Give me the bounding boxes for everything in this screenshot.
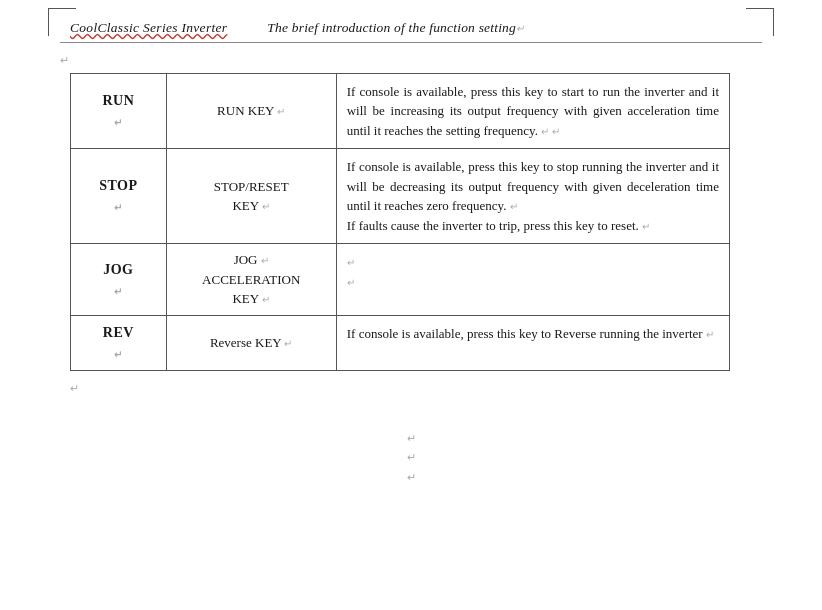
header-area: CoolClassic Series Inverter The brief in… bbox=[60, 20, 762, 36]
corner-decoration-tr bbox=[746, 8, 774, 36]
header-rule bbox=[60, 42, 762, 43]
key-run: RUN KEY ↵ bbox=[166, 73, 336, 149]
symbol-run: RUN ↵ bbox=[71, 73, 167, 149]
desc-run: If console is available, press this key … bbox=[336, 73, 729, 149]
desc-jog: ↵ ↵ bbox=[336, 244, 729, 316]
table-row: JOG ↵ JOG ↵ ACCELERATIONKEY ↵ ↵ ↵ bbox=[71, 244, 730, 316]
symbol-stop: STOP ↵ bbox=[71, 149, 167, 244]
table-row: REV ↵ Reverse KEY ↵ If console is availa… bbox=[71, 315, 730, 370]
function-table: RUN ↵ RUN KEY ↵ If console is available,… bbox=[70, 73, 730, 371]
bottom-marks: ↵ ↵ ↵ bbox=[60, 429, 762, 488]
table-wrapper: RUN ↵ RUN KEY ↵ If console is available,… bbox=[70, 73, 762, 371]
key-jog: JOG ↵ ACCELERATIONKEY ↵ bbox=[166, 244, 336, 316]
page-container: CoolClassic Series Inverter The brief in… bbox=[0, 0, 822, 610]
key-stop: STOP/RESETKEY ↵ bbox=[166, 149, 336, 244]
header-title: CoolClassic Series Inverter bbox=[70, 20, 227, 36]
symbol-jog: JOG ↵ bbox=[71, 244, 167, 316]
newline-mark-1: ↵ bbox=[60, 51, 762, 71]
desc-rev: If console is available, press this key … bbox=[336, 315, 729, 370]
header-subtitle: The brief introduction of the function s… bbox=[267, 20, 524, 36]
key-rev: Reverse KEY ↵ bbox=[166, 315, 336, 370]
desc-stop: If console is available, press this key … bbox=[336, 149, 729, 244]
corner-decoration-tl bbox=[48, 8, 76, 36]
table-row: STOP ↵ STOP/RESETKEY ↵ If console is ava… bbox=[71, 149, 730, 244]
table-row: RUN ↵ RUN KEY ↵ If console is available,… bbox=[71, 73, 730, 149]
symbol-rev: REV ↵ bbox=[71, 315, 167, 370]
after-table-marks: ↵ bbox=[60, 379, 762, 399]
